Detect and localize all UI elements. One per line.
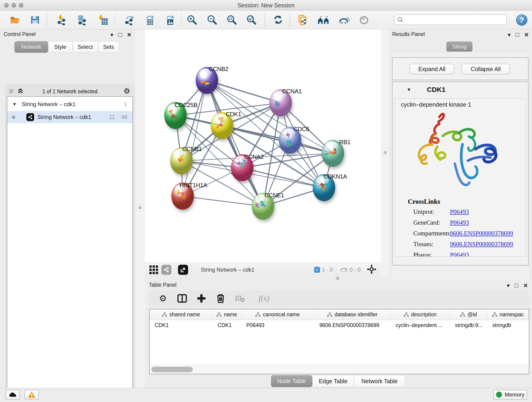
tab-network[interactable]: Network [14,41,48,53]
show-columns-icon[interactable] [177,293,188,304]
edge-HIST1H1A-CCNE1[interactable] [183,196,263,206]
search-box[interactable] [394,14,507,25]
float-panel-icon[interactable]: ▾ [507,282,510,289]
zoom-in-icon[interactable] [186,14,197,26]
float-panel-icon[interactable]: ▾ [508,32,510,38]
column-header-database-identifier[interactable]: database identifier [314,309,391,320]
node-label-CCNA1: CCNA1 [282,88,302,95]
cell-description[interactable]: cyclin–dependent ... [391,320,450,331]
crosslink-link[interactable]: P06493 [450,219,469,226]
export-image-icon[interactable] [164,14,176,26]
crosslink-link[interactable]: P06493 [450,208,469,216]
show-all-icon[interactable] [358,14,370,26]
node-label-CCNA2: CCNA2 [244,153,264,160]
open-session-icon[interactable] [9,14,21,26]
tab-network-table[interactable]: Network Table [354,375,405,387]
column-header-namespac[interactable]: namespac [487,309,529,320]
tab-string[interactable]: String [446,41,472,52]
delete-table-icon [234,293,245,304]
create-column-icon[interactable] [196,293,207,304]
cell-@id[interactable]: stringdb:9... [450,320,487,331]
edge-CCNB2-CCNE1[interactable] [207,80,263,206]
maximize-panel-icon[interactable]: □ [118,31,122,38]
column-header-canonical-name[interactable]: canonical name [241,309,314,320]
network-row-selected[interactable]: String Network – cdk1 11 48 [7,111,133,123]
node-label-HIST1H1A: HIST1H1A [180,182,207,189]
column-header-@id[interactable]: @id [450,309,487,320]
results-panel: Results Panel ▾ □ ✕ String Expand All Co… [389,29,532,276]
warning-status-button[interactable] [25,390,39,400]
close-panel-icon[interactable]: ✕ [127,32,132,38]
expand-all-button[interactable]: Expand All [409,64,454,75]
right-splitter-handle[interactable] [382,149,388,155]
import-table-file-icon[interactable] [97,14,109,26]
crosslink-link[interactable]: 9606.ENSP00000378699 [450,230,513,237]
table-options-gear-icon[interactable]: ⚙ [157,293,168,304]
tree-expand-icon[interactable]: ▼ [12,102,17,107]
copy-network-icon[interactable] [298,14,309,26]
selected-nodes-checkbox-icon[interactable]: ✓ [314,267,320,273]
import-network-file-icon[interactable] [55,14,66,26]
tab-style[interactable]: Style [48,41,72,53]
cell-shared-name[interactable]: CDK1 [150,320,213,331]
crosslinks-heading: CrossLinks [408,198,440,205]
cloud-icon [8,392,17,398]
grid-view-icon[interactable] [149,264,158,275]
tab-sets[interactable]: Sets [98,41,119,53]
import-network-database-icon[interactable] [76,14,87,26]
export-table-icon[interactable] [144,14,155,26]
birdseye-view-icon[interactable] [178,265,188,275]
zoom-selected-icon[interactable] [246,14,257,26]
zoom-fit-icon[interactable] [226,14,237,26]
memory-button[interactable]: Memory [493,390,527,400]
gene-header[interactable]: ▼ CDK1 [393,85,528,96]
tab-edge-table[interactable]: Edge Table [312,375,354,387]
column-header-name[interactable]: name [213,309,241,320]
save-session-icon[interactable] [29,14,41,26]
scrollbar-thumb[interactable] [152,367,193,372]
delete-column-icon[interactable] [215,293,226,304]
network-options-gear-icon[interactable]: ⚙ [123,87,130,95]
network-share-view-icon[interactable] [161,265,171,275]
crosslink-link[interactable]: 9606.ENSP00000378699 [450,241,513,248]
cell-namespac[interactable]: stringdb [487,320,529,331]
zoom-out-icon[interactable] [206,14,218,26]
protein-structure-image [409,108,510,195]
fit-content-crosshair-icon[interactable] [367,264,377,275]
crosslink-link[interactable]: P06493 [450,251,469,257]
cell-canonical-name[interactable]: P06493 [241,320,314,331]
table-row[interactable]: CDK1CDK1P064939606.ENSP00000378699cyclin… [150,320,529,331]
first-neighbors-icon[interactable] [317,14,329,26]
tab-select[interactable]: Select [72,41,98,53]
cloud-status-button[interactable] [6,390,20,400]
right-splitter[interactable] [381,29,389,276]
left-splitter[interactable] [135,29,145,388]
network-collection-row[interactable]: ▼ String Network – cdk1 1 [7,98,133,110]
tab-node-table[interactable]: Node Table [271,375,312,387]
edge-CCNB2-HIST1H1A[interactable] [183,80,207,196]
column-header-shared-name[interactable]: shared name [150,309,213,320]
left-splitter-handle[interactable] [137,204,143,211]
hide-selected-icon[interactable] [338,14,350,26]
cell-database-identifier[interactable]: 9606.ENSP00000378699 [314,320,391,331]
table-horizontal-scrollbar[interactable] [150,365,529,374]
maximize-panel-icon[interactable]: □ [515,282,518,289]
export-network-icon[interactable] [124,14,135,26]
help-icon[interactable]: ? [516,14,527,26]
refresh-icon[interactable] [272,14,284,26]
column-header-description[interactable]: description [391,309,450,320]
search-input[interactable] [405,17,506,23]
gene-collapse-icon[interactable]: ▼ [407,87,411,92]
collapse-all-button[interactable]: Collapse All [462,64,510,75]
edge-CDK1-RB1[interactable] [222,126,333,153]
window-title: Session: New Session [0,2,532,9]
network-canvas[interactable]: CCNB2CCNA1CDC25BCDK1CDC6RB1CCNB1CCNA2CDK… [145,29,381,263]
maximize-panel-icon[interactable]: □ [515,31,519,38]
close-panel-icon[interactable]: ✕ [523,282,528,289]
crosslink-label: Tissues: [413,241,433,248]
close-panel-icon[interactable]: ✕ [524,32,529,38]
float-panel-icon[interactable]: ▾ [110,32,113,38]
node-table: shared namenamecanonical namedatabase id… [149,309,529,374]
cell-name[interactable]: CDK1 [213,320,241,331]
string-results-container: Expand All Collapse All ▼ CDK1 cyclin–de… [390,51,530,296]
